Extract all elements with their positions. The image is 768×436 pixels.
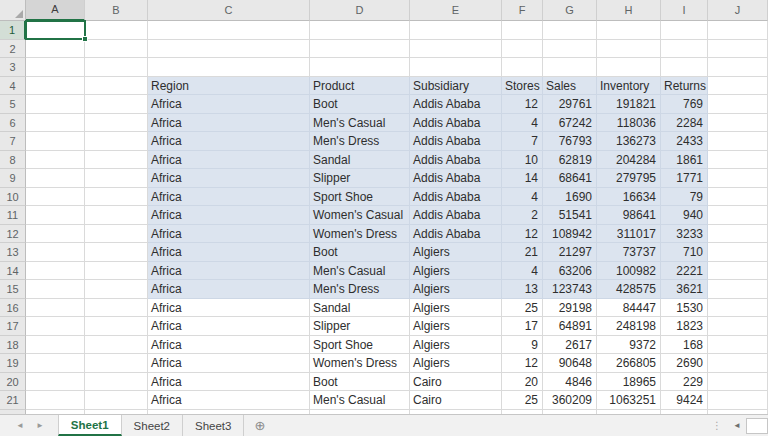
cell-C13[interactable]: Africa — [148, 243, 310, 262]
cell-B7[interactable] — [85, 132, 148, 151]
cell-A11[interactable] — [26, 206, 85, 225]
cell-G3[interactable] — [543, 58, 597, 77]
cell-A13[interactable] — [26, 243, 85, 262]
cell-G12[interactable]: 108942 — [543, 225, 597, 244]
cell-B14[interactable] — [85, 262, 148, 281]
cell-E3[interactable] — [410, 58, 502, 77]
cell-C2[interactable] — [148, 40, 310, 59]
column-header-E[interactable]: E — [410, 0, 502, 21]
cell-B12[interactable] — [85, 225, 148, 244]
column-header-B[interactable]: B — [85, 0, 148, 21]
cell-A5[interactable] — [26, 95, 85, 114]
cell-I3[interactable] — [661, 58, 708, 77]
cell-B19[interactable] — [85, 354, 148, 373]
cell-D15[interactable]: Men's Dress — [310, 280, 410, 299]
cell-G8[interactable]: 62819 — [543, 151, 597, 170]
cell-C9[interactable]: Africa — [148, 169, 310, 188]
cell-H21[interactable]: 1063251 — [597, 391, 661, 410]
cell-H20[interactable]: 18965 — [597, 373, 661, 392]
cell-H19[interactable]: 266805 — [597, 354, 661, 373]
cell-B17[interactable] — [85, 317, 148, 336]
row-header-20[interactable]: 20 — [0, 373, 26, 392]
cell-J20[interactable] — [708, 373, 768, 392]
cell-J18[interactable] — [708, 336, 768, 355]
cell-D4[interactable]: Product — [310, 77, 410, 96]
cell-A2[interactable] — [26, 40, 85, 59]
row-header-18[interactable]: 18 — [0, 336, 26, 355]
cell-D5[interactable]: Boot — [310, 95, 410, 114]
row-header-7[interactable]: 7 — [0, 132, 26, 151]
cell-G17[interactable]: 64891 — [543, 317, 597, 336]
sheet-tab-sheet3[interactable]: Sheet3 — [183, 415, 244, 436]
cell-H4[interactable]: Inventory — [597, 77, 661, 96]
cell-H3[interactable] — [597, 58, 661, 77]
cell-A3[interactable] — [26, 58, 85, 77]
cell-D9[interactable]: Slipper — [310, 169, 410, 188]
cell-E10[interactable]: Addis Ababa — [410, 188, 502, 207]
cell-G19[interactable]: 90648 — [543, 354, 597, 373]
row-header-3[interactable]: 3 — [0, 58, 26, 77]
cell-A21[interactable] — [26, 391, 85, 410]
cell-G16[interactable]: 29198 — [543, 299, 597, 318]
cell-D10[interactable]: Sport Shoe — [310, 188, 410, 207]
row-header-13[interactable]: 13 — [0, 243, 26, 262]
cell-I15[interactable]: 3621 — [661, 280, 708, 299]
cell-J12[interactable] — [708, 225, 768, 244]
cell-J7[interactable] — [708, 132, 768, 151]
cell-F17[interactable]: 17 — [502, 317, 543, 336]
cell-I13[interactable]: 710 — [661, 243, 708, 262]
cell-G18[interactable]: 2617 — [543, 336, 597, 355]
cell-B6[interactable] — [85, 114, 148, 133]
hscroll-thumb[interactable] — [746, 418, 768, 434]
cell-J6[interactable] — [708, 114, 768, 133]
cell-B11[interactable] — [85, 206, 148, 225]
cell-C10[interactable]: Africa — [148, 188, 310, 207]
cell-D11[interactable]: Women's Casual — [310, 206, 410, 225]
cell-B5[interactable] — [85, 95, 148, 114]
row-header-21[interactable]: 21 — [0, 391, 26, 410]
cell-D21[interactable]: Men's Casual — [310, 391, 410, 410]
cell-I21[interactable]: 9424 — [661, 391, 708, 410]
cell-F6[interactable]: 4 — [502, 114, 543, 133]
cell-J8[interactable] — [708, 151, 768, 170]
cell-G5[interactable]: 29761 — [543, 95, 597, 114]
cell-A10[interactable] — [26, 188, 85, 207]
tab-scroll-left-icon[interactable]: ◄ — [16, 421, 24, 430]
row-header-4[interactable]: 4 — [0, 77, 26, 96]
cell-H5[interactable]: 191821 — [597, 95, 661, 114]
cell-J13[interactable] — [708, 243, 768, 262]
row-header-9[interactable]: 9 — [0, 169, 26, 188]
cell-B2[interactable] — [85, 40, 148, 59]
cell-J5[interactable] — [708, 95, 768, 114]
cell-J19[interactable] — [708, 354, 768, 373]
cell-H14[interactable]: 100982 — [597, 262, 661, 281]
cell-J1[interactable] — [708, 21, 768, 40]
row-header-11[interactable]: 11 — [0, 206, 26, 225]
cell-C1[interactable] — [148, 21, 310, 40]
cell-E17[interactable]: Algiers — [410, 317, 502, 336]
cell-D2[interactable] — [310, 40, 410, 59]
cell-G1[interactable] — [543, 21, 597, 40]
cell-I11[interactable]: 940 — [661, 206, 708, 225]
column-header-D[interactable]: D — [310, 0, 410, 21]
cell-H11[interactable]: 98641 — [597, 206, 661, 225]
cell-D12[interactable]: Women's Dress — [310, 225, 410, 244]
cell-C6[interactable]: Africa — [148, 114, 310, 133]
row-header-2[interactable]: 2 — [0, 40, 26, 59]
cell-I4[interactable]: Returns — [661, 77, 708, 96]
row-header-1[interactable]: 1 — [0, 21, 26, 40]
cell-E15[interactable]: Algiers — [410, 280, 502, 299]
cell-D6[interactable]: Men's Casual — [310, 114, 410, 133]
cell-C5[interactable]: Africa — [148, 95, 310, 114]
cell-H15[interactable]: 428575 — [597, 280, 661, 299]
cell-A6[interactable] — [26, 114, 85, 133]
cell-G13[interactable]: 21297 — [543, 243, 597, 262]
cell-C12[interactable]: Africa — [148, 225, 310, 244]
cell-J4[interactable] — [708, 77, 768, 96]
cell-C11[interactable]: Africa — [148, 206, 310, 225]
row-header-5[interactable]: 5 — [0, 95, 26, 114]
cell-I1[interactable] — [661, 21, 708, 40]
cell-F19[interactable]: 12 — [502, 354, 543, 373]
cell-D14[interactable]: Men's Casual — [310, 262, 410, 281]
cell-E11[interactable]: Addis Ababa — [410, 206, 502, 225]
